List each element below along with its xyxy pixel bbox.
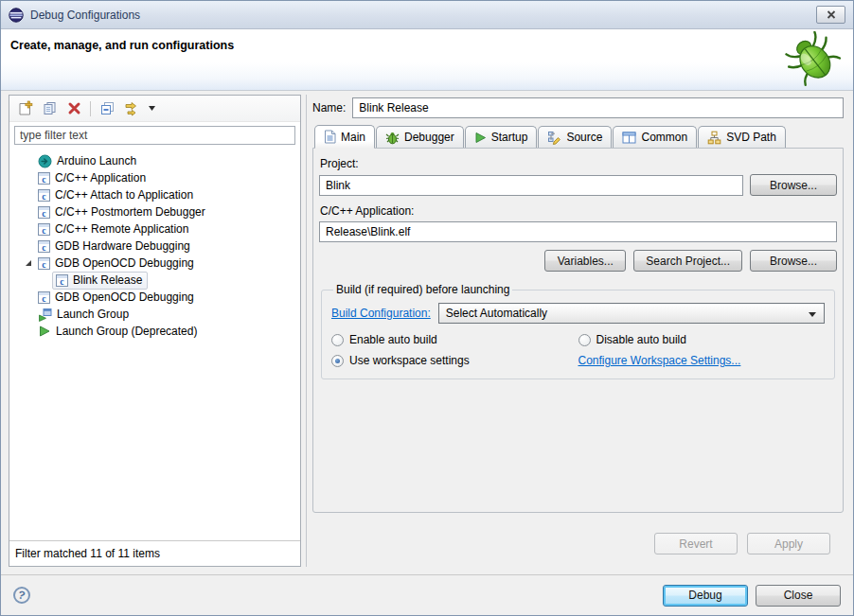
build-configuration-link[interactable]: Build Configuration: — [331, 307, 431, 320]
select-value: Select Automatically — [446, 307, 547, 320]
tree-item-arduino-launch[interactable]: Arduino Launch — [9, 152, 300, 169]
filter-field-wrap — [9, 122, 300, 148]
main-tab-content: Project: Browse... C/C++ Application: Va… — [312, 148, 844, 513]
configure-workspace-settings-link[interactable]: Configure Workspace Settings... — [578, 354, 741, 367]
new-configuration-button[interactable] — [13, 97, 36, 120]
collapse-all-button[interactable] — [96, 97, 118, 120]
tree-item-cpp-application[interactable]: c C/C++ Application — [9, 169, 300, 186]
build-configuration-select[interactable]: Select Automatically — [438, 303, 825, 324]
tree-item-label: C/C++ Attach to Application — [55, 188, 193, 202]
close-icon — [827, 10, 836, 19]
dialog-header: Create, manage, and run configurations — [1, 29, 853, 91]
green-play-icon — [38, 325, 51, 338]
tab-label: Startup — [491, 131, 528, 144]
c-config-icon: c — [38, 223, 50, 236]
duplicate-configuration-button[interactable] — [38, 97, 61, 120]
tree-item-label: Arduino Launch — [57, 154, 136, 167]
tree-item-launch-group[interactable]: Launch Group — [9, 306, 300, 323]
tree-item-gdb-openocd-1[interactable]: c GDB OpenOCD Debugging — [9, 255, 300, 272]
main-area: Arduino Launch c C/C++ Application c C/C… — [1, 91, 853, 574]
panel-sash[interactable] — [306, 95, 307, 567]
close-button[interactable]: Close — [756, 585, 841, 607]
tree-item-label: C/C++ Remote Application — [55, 222, 188, 236]
tab-startup[interactable]: Startup — [465, 126, 538, 148]
expander-icon[interactable] — [26, 260, 31, 266]
arduino-launch-icon — [38, 154, 52, 168]
tree-item-gdb-openocd-2[interactable]: c GDB OpenOCD Debugging — [9, 289, 300, 306]
chevron-down-icon — [809, 312, 816, 317]
filter-input[interactable] — [14, 126, 295, 145]
tree-item-label: Launch Group (Deprecated) — [56, 325, 197, 338]
delete-configuration-button[interactable] — [62, 97, 85, 120]
filter-status: Filter matched 11 of 11 items — [9, 540, 300, 566]
debug-button[interactable]: Debug — [663, 585, 748, 607]
application-label: C/C++ Application: — [320, 204, 837, 218]
tree-item-cpp-remote[interactable]: c C/C++ Remote Application — [9, 220, 300, 238]
c-config-icon: c — [38, 206, 50, 219]
filter-configurations-button[interactable] — [120, 97, 143, 120]
project-browse-button[interactable]: Browse... — [750, 174, 837, 196]
revert-apply-row: Revert Apply — [654, 533, 830, 554]
configurations-panel: Arduino Launch c C/C++ Application c C/C… — [9, 95, 301, 567]
tree-item-cpp-attach[interactable]: c C/C++ Attach to Application — [9, 186, 300, 203]
question-icon: ? — [17, 588, 27, 602]
apply-button[interactable]: Apply — [747, 533, 830, 554]
project-label: Project: — [320, 157, 837, 170]
title-bar: Debug Configurations — [1, 1, 853, 29]
radio-use-workspace-settings[interactable]: Use workspace settings — [331, 354, 578, 367]
build-group-legend: Build (if required) before launching — [333, 283, 512, 296]
tree-item-label: GDB OpenOCD Debugging — [55, 256, 194, 270]
help-button[interactable]: ? — [13, 587, 30, 604]
tree-item-label: GDB OpenOCD Debugging — [55, 290, 194, 304]
search-project-button[interactable]: Search Project... — [633, 250, 742, 272]
hierarchy-icon — [707, 131, 721, 145]
debug-bug-icon — [785, 31, 842, 91]
tab-label: Debugger — [404, 131, 454, 144]
revert-button[interactable]: Revert — [654, 533, 738, 554]
build-group: Build (if required) before launching Bui… — [321, 283, 835, 379]
tree-item-blink-release[interactable]: c Blink Release — [9, 272, 300, 289]
tab-common[interactable]: Common — [613, 126, 697, 148]
tree-item-gdb-hardware[interactable]: c GDB Hardware Debugging — [9, 238, 300, 255]
radio-checked-icon — [331, 355, 344, 367]
c-config-icon: c — [56, 274, 68, 287]
tab-label: Main — [341, 131, 365, 144]
configurations-tree: Arduino Launch c C/C++ Application c C/C… — [9, 148, 300, 540]
button-bar: ? Debug Close — [1, 574, 853, 615]
new-config-icon — [17, 100, 33, 116]
tab-main[interactable]: Main — [314, 125, 375, 149]
radio-unchecked-icon — [578, 334, 591, 346]
tree-item-label: Launch Group — [57, 308, 129, 321]
name-input[interactable] — [352, 97, 844, 118]
green-play-icon — [474, 132, 487, 144]
close-window-button[interactable] — [816, 6, 845, 24]
tab-debugger[interactable]: Debugger — [376, 126, 464, 148]
radio-disable-auto-build[interactable]: Disable auto build — [578, 333, 826, 346]
window-title: Debug Configurations — [30, 9, 140, 22]
selection-highlight: c Blink Release — [52, 272, 148, 290]
tab-label: Source — [566, 131, 602, 144]
toolbar-menu-button[interactable] — [145, 97, 159, 120]
tab-bar: Main Debugger — [312, 124, 844, 148]
application-input[interactable] — [319, 221, 837, 242]
tab-source[interactable]: Source — [538, 126, 612, 148]
delete-icon — [67, 101, 81, 115]
radio-enable-auto-build[interactable]: Enable auto build — [331, 333, 578, 346]
bug-icon — [385, 131, 400, 145]
tab-svd-path[interactable]: SVD Path — [698, 126, 786, 148]
tree-item-label: C/C++ Application — [55, 171, 146, 185]
name-label: Name: — [312, 101, 346, 114]
variables-button[interactable]: Variables... — [544, 250, 626, 272]
page-title: Create, manage, and run configurations — [1, 29, 853, 52]
document-icon — [324, 130, 336, 144]
project-input[interactable] — [319, 175, 743, 196]
toolbar-separator — [90, 101, 91, 116]
c-config-icon: c — [38, 172, 50, 185]
application-browse-button[interactable]: Browse... — [750, 250, 837, 272]
tree-item-launch-group-deprecated[interactable]: Launch Group (Deprecated) — [9, 323, 300, 340]
tab-label: Common — [641, 131, 687, 144]
duplicate-icon — [42, 100, 58, 116]
tree-item-cpp-postmortem[interactable]: c C/C++ Postmortem Debugger — [9, 203, 300, 220]
c-config-icon: c — [38, 240, 50, 253]
collapse-all-icon — [99, 100, 116, 116]
